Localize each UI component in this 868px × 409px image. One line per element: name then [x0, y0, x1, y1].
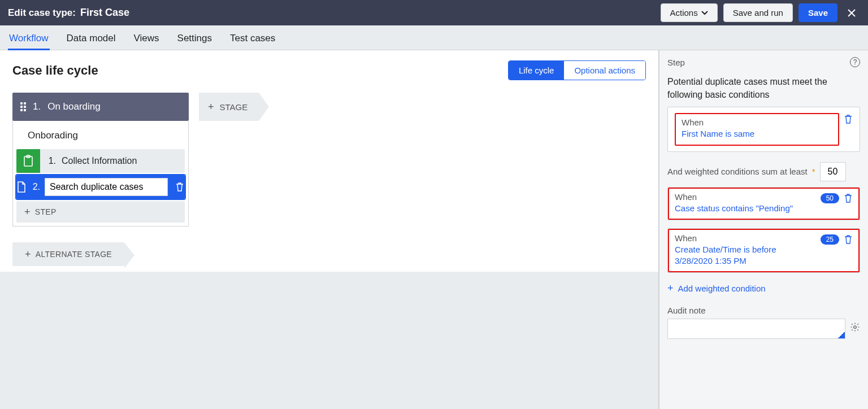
weight-badge[interactable]: 50 [821, 193, 839, 203]
add-alternate-stage-button[interactable]: + ALTERNATE STAGE [12, 242, 124, 266]
step-number: 1. [46, 156, 56, 166]
close-icon[interactable] [843, 6, 860, 20]
actions-button[interactable]: Actions [661, 3, 718, 22]
app-header: Edit case type: First Case Actions Save … [0, 0, 868, 25]
add-step-label: STEP [35, 207, 57, 216]
tab-workflow[interactable]: Workflow [8, 27, 50, 50]
delete-condition-button[interactable] [844, 114, 853, 124]
condition-link[interactable]: Create Date/Time is before 3/28/2020 1:3… [675, 244, 816, 267]
condition-link[interactable]: First Name is same [682, 128, 832, 140]
condition-when-label: When [675, 233, 816, 243]
weighted-condition-card-2: When Create Date/Time is before 3/28/202… [667, 228, 860, 273]
canvas-title: Case life cycle [12, 63, 98, 78]
plus-icon: + [24, 207, 31, 217]
save-and-run-button[interactable]: Save and run [723, 3, 793, 22]
delete-condition-button[interactable] [844, 193, 853, 203]
actions-button-label: Actions [670, 8, 698, 18]
save-button[interactable]: Save [798, 3, 837, 22]
add-stage-label: STAGE [220, 102, 248, 112]
gear-icon[interactable] [850, 322, 860, 332]
condition-link[interactable]: Case status contains "Pending" [675, 203, 816, 214]
seg-life-cycle[interactable]: Life cycle [509, 61, 565, 80]
tab-data-model[interactable]: Data model [66, 27, 117, 50]
stage-body: Onborading 1. Collect Information [12, 121, 189, 227]
audit-note-input[interactable] [667, 319, 845, 339]
stage-block: 1. On boarding Onborading 1. Collect Inf… [12, 93, 189, 227]
document-icon [16, 175, 27, 199]
edit-case-type-label: Edit case type: [8, 7, 76, 19]
delete-step-button[interactable] [172, 182, 185, 192]
weighted-condition-2[interactable]: When Create Date/Time is before 3/28/202… [675, 233, 816, 267]
tab-test-cases[interactable]: Test cases [229, 27, 276, 50]
weighted-sum-input[interactable] [820, 162, 846, 181]
plus-icon: + [208, 102, 214, 112]
plus-icon: + [667, 283, 674, 293]
weighted-sum-label: And weighted conditions sum at least [667, 167, 808, 176]
plus-icon: + [25, 249, 31, 259]
view-toggle: Life cycle Optional actions [508, 60, 646, 80]
chevron-down-icon [701, 11, 708, 15]
process-title[interactable]: Onborading [16, 124, 185, 149]
step-row-search-duplicate[interactable]: 2. [16, 175, 185, 199]
alternate-stage-label: ALTERNATE STAGE [36, 250, 112, 259]
clipboard-icon [16, 149, 40, 173]
add-step-button[interactable]: + STEP [16, 201, 185, 223]
step-properties-panel: Step ? Potential duplicate cases must me… [659, 50, 868, 409]
seg-optional-actions[interactable]: Optional actions [564, 61, 645, 80]
drag-handle-icon[interactable] [20, 102, 26, 111]
stage-name: On boarding [47, 101, 101, 112]
basic-condition-card: When First Name is same [667, 107, 860, 151]
add-weighted-condition-button[interactable]: + Add weighted condition [667, 283, 860, 293]
workflow-canvas: Case life cycle Life cycle Optional acti… [0, 50, 659, 409]
header-actions: Actions Save and run Save [661, 3, 860, 22]
weighted-condition-card-1: When Case status contains "Pending" 50 [667, 187, 860, 220]
add-weighted-condition-label: Add weighted condition [678, 284, 766, 293]
panel-title: Step [667, 58, 685, 67]
help-icon[interactable]: ? [850, 57, 860, 67]
basic-conditions-intro: Potential duplicate cases must meet the … [667, 75, 860, 101]
condition-when-label: When [682, 118, 832, 127]
step-label: Collect Information [62, 156, 137, 166]
audit-note-label: Audit note [667, 306, 860, 315]
stage-header[interactable]: 1. On boarding [12, 93, 189, 121]
basic-condition[interactable]: When First Name is same [675, 113, 839, 145]
stage-number: 1. [33, 101, 41, 112]
case-name: First Case [80, 7, 129, 19]
tab-settings[interactable]: Settings [176, 27, 213, 50]
svg-point-2 [854, 326, 857, 329]
weighted-condition-1[interactable]: When Case status contains "Pending" [675, 192, 816, 214]
condition-when-label: When [675, 192, 816, 202]
add-stage-button[interactable]: + STAGE [199, 93, 259, 121]
weight-badge[interactable]: 25 [821, 234, 839, 245]
required-star-icon: * [812, 167, 815, 176]
main-tabs: Workflow Data model Views Settings Test … [0, 25, 868, 50]
header-title-group: Edit case type: First Case [8, 7, 129, 19]
weighted-sum-row: And weighted conditions sum at least * [667, 162, 860, 181]
delete-condition-button[interactable] [844, 234, 853, 245]
tab-views[interactable]: Views [133, 27, 160, 50]
step-name-input[interactable] [45, 178, 168, 196]
step-row-collect-information[interactable]: 1. Collect Information [16, 149, 185, 173]
step-number: 2. [30, 182, 40, 192]
